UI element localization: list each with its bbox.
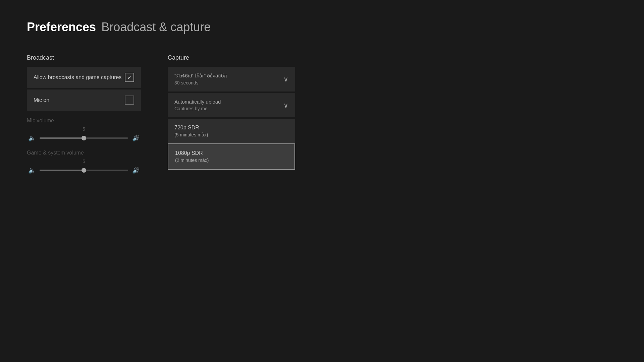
auto-upload-primary: Automatically upload (174, 99, 221, 105)
auto-upload-text: Automatically upload Captures by me (174, 99, 221, 111)
allow-broadcasts-row[interactable]: Allow broadcasts and game captures (27, 67, 141, 88)
content-columns: Broadcast Allow broadcasts and game capt… (27, 54, 617, 177)
game-volume-fill (40, 170, 84, 171)
page-title-preferences: Preferences (27, 20, 96, 34)
mic-volume-track[interactable] (40, 137, 128, 139)
allow-broadcasts-label: Allow broadcasts and game captures (34, 74, 125, 80)
auto-upload-chevron: ∨ (283, 101, 288, 109)
capture-length-primary: "Яз¢6ŕd' ṫĥår" ðůяätîбπ (174, 73, 227, 79)
mic-on-label: Mic on (34, 97, 125, 103)
game-volume-high-icon: 🔊 (132, 167, 140, 174)
allow-broadcasts-checkbox[interactable] (125, 73, 134, 82)
mic-volume-section: Mic volume 5 🔈 🔊 (27, 112, 141, 144)
game-volume-slider-container: 🔈 🔊 (27, 167, 141, 174)
mic-volume-low-icon: 🔈 (28, 134, 36, 142)
mic-volume-label: Mic volume (27, 118, 141, 124)
mic-volume-high-icon: 🔊 (132, 134, 140, 142)
option-720p-label: 720p SDR (174, 125, 288, 131)
option-1080p-sdr[interactable]: 1080p SDR (2 minutes måx) (168, 143, 295, 170)
game-volume-value: 5 (27, 159, 141, 164)
option-1080p-label: 1080p SDR (175, 150, 288, 156)
page-header: Preferences Broadcast & capture (27, 20, 617, 34)
mic-on-row[interactable]: Mic on (27, 89, 141, 111)
capture-heading: Capture (168, 54, 295, 61)
mic-volume-value: 5 (27, 126, 141, 132)
auto-upload-dropdown[interactable]: Automatically upload Captures by me ∨ (168, 93, 295, 117)
capture-length-chevron: ∨ (283, 75, 288, 83)
game-volume-section: Game & system volume 5 🔈 🔊 (27, 144, 141, 177)
option-720p-sublabel: (5 minutes måx) (174, 132, 288, 137)
broadcast-heading: Broadcast (27, 54, 141, 61)
game-volume-label: Game & system volume (27, 150, 141, 156)
broadcast-column: Broadcast Allow broadcasts and game capt… (27, 54, 141, 177)
mic-volume-thumb[interactable] (82, 136, 86, 140)
capture-length-dropdown[interactable]: "Яз¢6ŕd' ṫĥår" ðůяätîбπ 30 seconds ∨ (168, 67, 295, 92)
capture-quality-menu: 720p SDR (5 minutes måx) 1080p SDR (2 mi… (168, 119, 295, 170)
game-volume-track[interactable] (40, 170, 128, 171)
mic-volume-fill (40, 137, 84, 139)
capture-length-text: "Яз¢6ŕd' ṫĥår" ðůяätîбπ 30 seconds (174, 73, 227, 85)
game-volume-low-icon: 🔈 (28, 167, 36, 174)
capture-length-secondary: 30 seconds (174, 80, 227, 85)
auto-upload-secondary: Captures by me (174, 106, 221, 111)
page-title-section: Broadcast & capture (101, 20, 211, 34)
mic-volume-slider-container: 🔈 🔊 (27, 134, 141, 142)
page-container: Preferences Broadcast & capture Broadcas… (0, 0, 644, 197)
capture-column: Capture "Яз¢6ŕd' ṫĥår" ðůяätîбπ 30 secon… (168, 54, 295, 170)
game-volume-thumb[interactable] (82, 168, 86, 173)
mic-on-checkbox[interactable] (125, 96, 134, 105)
option-1080p-sublabel: (2 minutes måx) (175, 158, 288, 163)
option-720p-sdr[interactable]: 720p SDR (5 minutes måx) (168, 119, 295, 143)
